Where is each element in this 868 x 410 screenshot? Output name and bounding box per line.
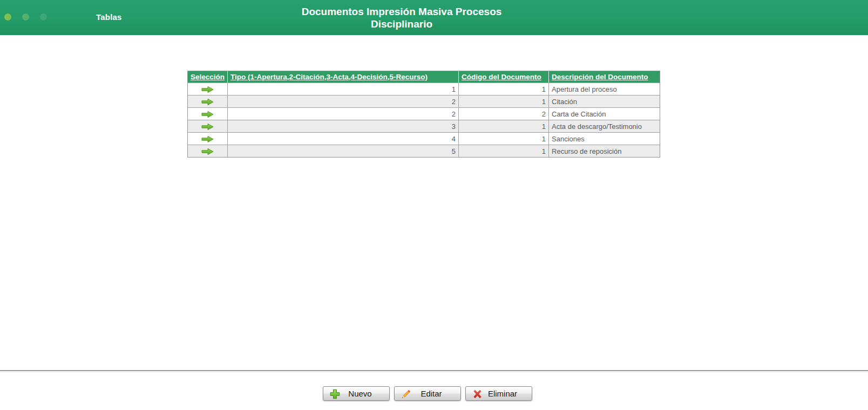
cell-descripcion: Acta de descargo/Testimonio — [549, 120, 660, 132]
cell-tipo: 3 — [228, 120, 459, 132]
edit-button[interactable]: Editar — [394, 386, 461, 401]
window-dot-2[interactable] — [22, 13, 29, 20]
column-header-tipo[interactable]: Tipo (1-Apertura,2-Citación,3-Acta,4-Dec… — [228, 71, 459, 83]
cell-codigo: 1 — [459, 132, 549, 145]
pencil-icon — [401, 388, 412, 400]
new-button[interactable]: Nuevo — [323, 386, 390, 401]
cell-tipo: 2 — [228, 95, 459, 107]
cell-codigo: 1 — [459, 120, 549, 132]
cell-codigo: 1 — [459, 145, 549, 157]
table-row: 3 1 Acta de descargo/Testimonio — [188, 120, 660, 132]
select-row-button[interactable] — [188, 83, 228, 95]
select-arrow-icon — [201, 123, 214, 131]
select-row-button[interactable] — [188, 107, 228, 120]
cell-codigo: 1 — [459, 95, 549, 107]
app-header-bar: Tablas Documentos Impresión Masiva Proce… — [0, 0, 868, 35]
table-row: 2 2 Carta de Citación — [188, 107, 660, 120]
new-button-label: Nuevo — [341, 389, 371, 398]
column-header-descripcion[interactable]: Descripción del Documento — [549, 71, 660, 83]
cell-descripcion: Apertura del proceso — [549, 83, 660, 95]
delete-button[interactable]: Eliminar — [465, 386, 532, 401]
plus-icon — [329, 388, 341, 400]
select-arrow-icon — [201, 135, 214, 143]
cell-codigo: 1 — [459, 83, 549, 95]
table-header-row: Selección Tipo (1-Apertura,2-Citación,3-… — [188, 71, 660, 83]
page-title-line2: Disciplinario — [78, 18, 725, 30]
select-arrow-icon — [201, 86, 214, 93]
edit-button-label: Editar — [413, 389, 442, 398]
window-dot-1[interactable] — [4, 13, 11, 20]
select-row-button[interactable] — [188, 145, 228, 157]
select-arrow-icon — [201, 98, 214, 106]
action-button-bar: Nuevo Editar Eliminar — [323, 386, 532, 401]
cell-descripcion: Carta de Citación — [549, 107, 660, 120]
select-arrow-icon — [201, 148, 214, 155]
select-row-button[interactable] — [188, 120, 228, 132]
x-icon — [472, 388, 483, 400]
column-header-seleccion[interactable]: Selección — [188, 71, 228, 83]
window-dot-3[interactable] — [40, 13, 47, 20]
table-row: 1 1 Apertura del proceso — [188, 83, 660, 95]
page-title: Documentos Impresión Masiva Procesos Dis… — [78, 5, 725, 30]
select-arrow-icon — [201, 111, 214, 118]
footer-divider — [0, 370, 868, 372]
table-row: 2 1 Citación — [188, 95, 660, 107]
table-row: 5 1 Recurso de reposición — [188, 145, 660, 157]
cell-tipo: 5 — [228, 145, 459, 157]
cell-descripcion: Recurso de reposición — [549, 145, 660, 157]
select-row-button[interactable] — [188, 132, 228, 145]
cell-descripcion: Citación — [549, 95, 660, 107]
select-row-button[interactable] — [188, 95, 228, 107]
documents-table: Selección Tipo (1-Apertura,2-Citación,3-… — [187, 71, 660, 158]
delete-button-label: Eliminar — [480, 389, 517, 398]
cell-tipo: 4 — [228, 132, 459, 145]
table-row: 4 1 Sanciones — [188, 132, 660, 145]
cell-tipo: 1 — [228, 83, 459, 95]
cell-codigo: 2 — [459, 107, 549, 120]
page-title-line1: Documentos Impresión Masiva Procesos — [78, 5, 725, 18]
filter-row: Filtrar donde Tipo (1-Apertura,2-... Fil… — [0, 35, 868, 58]
cell-tipo: 2 — [228, 107, 459, 120]
cell-descripcion: Sanciones — [549, 132, 660, 145]
column-header-codigo[interactable]: Código del Documento — [459, 71, 549, 83]
